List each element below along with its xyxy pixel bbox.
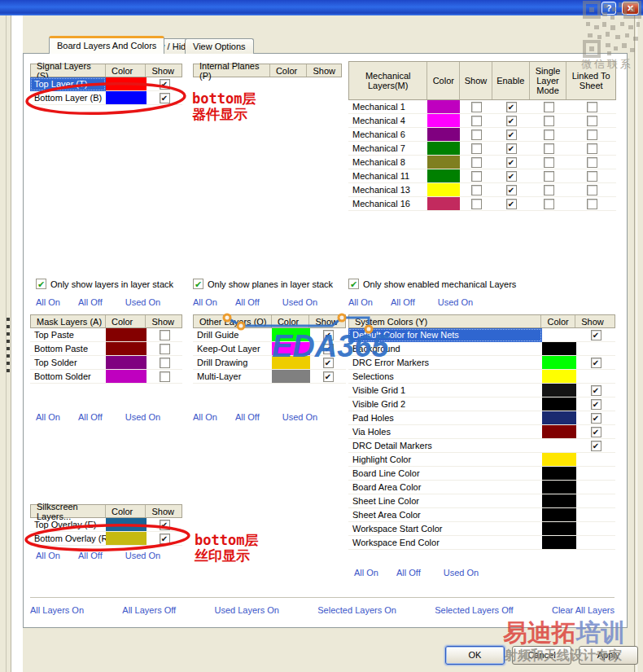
layer-name[interactable]: Mechanical 1 bbox=[348, 100, 427, 114]
all-on-link[interactable]: All On bbox=[348, 297, 373, 307]
layer-name[interactable]: Sheet Line Color bbox=[348, 494, 542, 508]
color-cell[interactable] bbox=[272, 342, 310, 356]
show-checkbox[interactable]: ✔ bbox=[160, 520, 170, 530]
show-checkbox[interactable]: ✔ bbox=[506, 185, 517, 195]
color-cell[interactable] bbox=[272, 370, 310, 384]
all-on-link[interactable]: All On bbox=[354, 568, 378, 578]
layer-name[interactable]: Pad Holes bbox=[348, 411, 542, 425]
color-swatch[interactable] bbox=[542, 411, 576, 424]
color-swatch[interactable] bbox=[272, 370, 310, 383]
color-cell[interactable] bbox=[106, 356, 147, 370]
show-checkbox[interactable]: ✔ bbox=[506, 116, 517, 126]
color-cell[interactable] bbox=[106, 518, 147, 532]
show-checkbox[interactable]: ✔ bbox=[471, 185, 482, 195]
all-off-link[interactable]: All Off bbox=[391, 297, 415, 307]
layer-name[interactable]: Mechanical 16 bbox=[348, 197, 427, 211]
all-off-link[interactable]: All Off bbox=[78, 412, 103, 422]
layer-name[interactable]: Highlight Color bbox=[348, 453, 542, 467]
show-checkbox[interactable]: ✔ bbox=[160, 371, 170, 382]
color-swatch[interactable] bbox=[542, 356, 576, 369]
all-off-link[interactable]: All Off bbox=[235, 412, 260, 422]
color-cell[interactable] bbox=[427, 156, 460, 169]
show-checkbox[interactable]: ✔ bbox=[471, 199, 482, 209]
layer-name[interactable]: Top Paste bbox=[30, 328, 106, 342]
layer-name[interactable]: Top Layer (T) bbox=[30, 77, 106, 91]
color-cell[interactable] bbox=[427, 142, 460, 156]
color-swatch[interactable] bbox=[272, 328, 310, 341]
show-checkbox[interactable]: ✔ bbox=[471, 157, 482, 168]
color-cell[interactable] bbox=[272, 328, 310, 342]
used-on-link[interactable]: Used On bbox=[282, 297, 317, 307]
show-checkbox[interactable]: ✔ bbox=[506, 130, 517, 140]
color-cell[interactable] bbox=[542, 356, 576, 370]
color-swatch[interactable] bbox=[106, 91, 147, 104]
color-swatch[interactable] bbox=[427, 128, 460, 141]
layer-name[interactable]: Drill Drawing bbox=[193, 356, 272, 370]
show-checkbox[interactable]: ✔ bbox=[591, 399, 601, 410]
color-cell[interactable] bbox=[427, 197, 460, 211]
show-checkbox[interactable]: ✔ bbox=[544, 185, 554, 195]
layer-name[interactable]: Multi-Layer bbox=[193, 370, 272, 384]
show-checkbox[interactable]: ✔ bbox=[587, 157, 597, 168]
cancel-button[interactable]: Cancel bbox=[512, 646, 571, 665]
layer-name[interactable]: DRC Detail Markers bbox=[348, 439, 542, 453]
show-checkbox[interactable]: ✔ bbox=[323, 330, 334, 340]
layer-name[interactable]: Mechanical 7 bbox=[348, 142, 427, 156]
layer-name[interactable]: Visible Grid 1 bbox=[348, 384, 542, 397]
filter-layers-in-stack[interactable]: ✔ Only show layers in layer stack bbox=[36, 279, 173, 289]
all-layers-off-link[interactable]: All Layers Off bbox=[122, 605, 176, 615]
layer-name[interactable]: Bottom Layer (B) bbox=[30, 91, 106, 105]
color-swatch[interactable] bbox=[542, 536, 576, 549]
ok-button[interactable]: OK bbox=[445, 646, 505, 665]
layer-name[interactable]: Workspace End Color bbox=[348, 536, 542, 550]
color-swatch[interactable] bbox=[427, 197, 460, 210]
color-cell[interactable] bbox=[106, 342, 147, 356]
layer-name[interactable]: Board Line Color bbox=[348, 467, 542, 481]
color-swatch[interactable] bbox=[427, 169, 460, 182]
color-cell[interactable] bbox=[542, 342, 576, 356]
tab-view-options[interactable]: View Options bbox=[185, 38, 254, 54]
layer-name[interactable]: Visible Grid 2 bbox=[348, 397, 542, 411]
color-cell[interactable] bbox=[272, 356, 310, 370]
color-swatch[interactable] bbox=[427, 183, 460, 196]
color-cell[interactable] bbox=[427, 128, 460, 142]
color-swatch[interactable] bbox=[427, 156, 460, 169]
color-swatch[interactable] bbox=[542, 342, 576, 355]
color-cell[interactable] bbox=[427, 169, 460, 183]
color-cell[interactable] bbox=[106, 91, 147, 105]
color-cell[interactable] bbox=[542, 522, 576, 536]
layer-name[interactable]: Bottom Paste bbox=[30, 342, 106, 356]
layer-name[interactable]: Bottom Overlay (R) bbox=[30, 532, 106, 546]
show-checkbox[interactable]: ✔ bbox=[471, 102, 482, 112]
filter-planes-in-stack[interactable]: ✔ Only show planes in layer stack bbox=[193, 279, 333, 289]
color-swatch[interactable] bbox=[106, 518, 147, 531]
show-checkbox[interactable]: ✔ bbox=[544, 102, 554, 112]
color-cell[interactable] bbox=[542, 536, 576, 550]
color-cell[interactable] bbox=[542, 328, 576, 342]
color-cell[interactable] bbox=[542, 397, 576, 411]
help-button[interactable]: ? bbox=[601, 2, 616, 15]
show-checkbox[interactable]: ✔ bbox=[587, 143, 597, 154]
color-swatch[interactable] bbox=[106, 356, 147, 369]
color-cell[interactable] bbox=[542, 411, 576, 425]
color-cell[interactable] bbox=[106, 370, 147, 384]
layer-name[interactable]: DRC Error Markers bbox=[348, 356, 542, 370]
show-checkbox[interactable]: ✔ bbox=[506, 102, 517, 112]
color-swatch[interactable] bbox=[542, 508, 576, 521]
show-checkbox[interactable]: ✔ bbox=[471, 116, 482, 126]
color-swatch[interactable] bbox=[542, 397, 576, 411]
color-swatch[interactable] bbox=[542, 453, 576, 466]
all-on-link[interactable]: All On bbox=[193, 412, 217, 422]
all-on-link[interactable]: All On bbox=[36, 412, 60, 422]
show-checkbox[interactable]: ✔ bbox=[506, 157, 517, 168]
color-cell[interactable] bbox=[106, 328, 147, 342]
color-cell[interactable] bbox=[542, 481, 576, 494]
color-swatch[interactable] bbox=[106, 77, 147, 90]
layer-name[interactable]: Via Holes bbox=[348, 425, 542, 439]
show-checkbox[interactable]: ✔ bbox=[587, 116, 597, 126]
show-checkbox[interactable]: ✔ bbox=[506, 143, 517, 154]
layer-name[interactable]: Default Color for New Nets bbox=[348, 328, 542, 342]
color-swatch[interactable] bbox=[542, 370, 576, 383]
show-checkbox[interactable]: ✔ bbox=[544, 130, 554, 140]
color-swatch[interactable] bbox=[542, 425, 576, 438]
